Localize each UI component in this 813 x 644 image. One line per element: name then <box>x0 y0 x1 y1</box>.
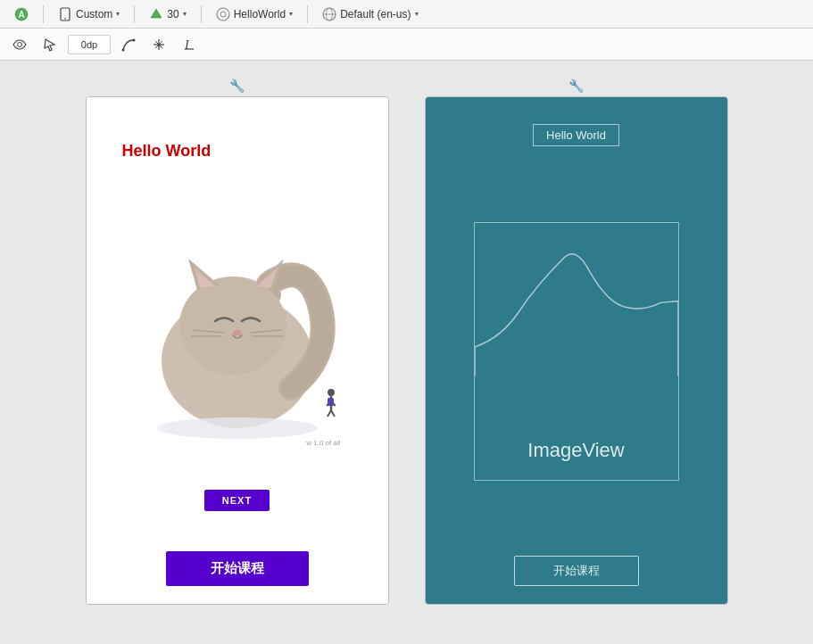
api-icon <box>149 7 163 21</box>
custom-label: Custom <box>76 8 112 21</box>
svg-point-12 <box>133 38 136 41</box>
path-btn[interactable] <box>116 32 141 57</box>
image-view-box: ImageView <box>474 222 679 481</box>
cursor-btn[interactable] <box>37 32 62 57</box>
svg-point-27 <box>328 389 335 396</box>
studio-logo-icon: A <box>14 7 29 21</box>
svg-point-3 <box>64 18 66 20</box>
helloworld-dropdown[interactable]: HelloWorld ▾ <box>209 4 300 25</box>
locale-chevron: ▾ <box>415 10 419 18</box>
locale-icon <box>322 7 336 21</box>
path-icon <box>121 37 136 52</box>
right-phone-content: Hello World ImageView 开始课程 <box>426 97 727 604</box>
svg-point-17 <box>158 43 161 45</box>
separator-4 <box>307 5 308 23</box>
cat-illustration <box>139 210 336 442</box>
svg-point-21 <box>179 277 286 375</box>
svg-point-34 <box>157 417 318 439</box>
left-phone-content: Hello World <box>87 97 388 604</box>
svg-point-6 <box>220 12 226 17</box>
svg-marker-4 <box>151 9 162 18</box>
custom-chevron: ▾ <box>116 10 120 18</box>
size-label: w 1.0 of all <box>306 439 340 447</box>
next-btn[interactable]: NEXT <box>204 490 270 511</box>
api-dropdown[interactable]: 30 ▾ <box>142 4 193 25</box>
helloworld-chevron: ▾ <box>289 10 293 18</box>
api-chevron: ▾ <box>183 10 187 18</box>
svg-point-10 <box>18 42 22 46</box>
hello-world-box: Hello World <box>533 124 619 146</box>
custom-dropdown[interactable]: Custom ▾ <box>51 4 127 25</box>
start-btn-left[interactable]: 开始课程 <box>166 551 309 586</box>
phone-icon <box>58 7 72 21</box>
second-toolbar: I <box>0 29 813 61</box>
svg-point-5 <box>217 8 229 21</box>
separator-1 <box>43 5 44 23</box>
start-btn-right[interactable]: 开始课程 <box>514 556 639 586</box>
locale-label: Default (en-us) <box>340 8 411 21</box>
top-toolbar: A Custom ▾ 30 ▾ HelloWorld ▾ <box>0 0 813 29</box>
studio-logo-btn[interactable]: A <box>7 4 36 25</box>
api-label: 30 <box>167 8 178 21</box>
helloworld-icon <box>216 7 230 21</box>
canvas-area: 🔧 Hello World <box>0 61 813 644</box>
view-options-btn[interactable] <box>7 32 32 57</box>
separator-3 <box>201 5 202 23</box>
image-view-label: ImageView <box>527 439 624 462</box>
hello-world-text: Hello World <box>122 142 212 161</box>
svg-line-32 <box>331 410 335 417</box>
right-phone-panel: 🔧 Hello World ImageView 开始课程 <box>425 78 728 605</box>
left-pin-icon: 🔧 <box>229 78 245 93</box>
separator-2 <box>134 5 135 23</box>
cat-image-container: w 1.0 of all <box>130 201 344 450</box>
eye-icon <box>12 37 27 52</box>
right-pin-icon: 🔧 <box>568 78 584 93</box>
right-phone-frame: Hello World ImageView 开始课程 <box>425 96 728 605</box>
cursor-icon <box>43 37 57 52</box>
svg-line-31 <box>328 410 331 417</box>
magic-btn[interactable] <box>146 32 171 57</box>
svg-text:I: I <box>184 38 190 52</box>
text-icon: I <box>182 37 196 52</box>
dp-input[interactable] <box>68 35 111 54</box>
chart-svg <box>475 223 678 377</box>
left-phone-panel: 🔧 Hello World <box>86 78 389 605</box>
svg-rect-33 <box>328 398 334 406</box>
magic-icon <box>152 37 166 52</box>
text-tool-btn[interactable]: I <box>177 32 202 57</box>
left-phone-frame: Hello World <box>86 96 389 605</box>
locale-dropdown[interactable]: Default (en-us) ▾ <box>315 4 425 25</box>
svg-text:A: A <box>18 10 24 20</box>
svg-point-22 <box>233 329 242 335</box>
helloworld-label: HelloWorld <box>234 8 286 21</box>
svg-point-11 <box>122 48 125 51</box>
